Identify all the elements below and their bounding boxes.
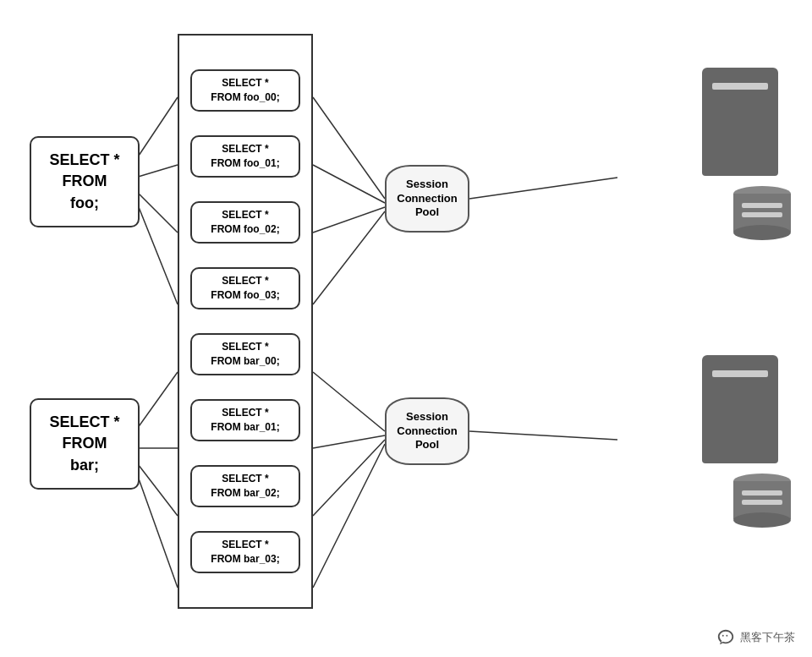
middle-column: SELECT *FROM foo_00; SELECT *FROM foo_01… <box>178 34 313 609</box>
watermark: 黑客下午茶 <box>716 628 795 647</box>
query-foo-box: SELECT * FROM foo; <box>30 136 140 227</box>
svg-line-9 <box>313 165 385 203</box>
svg-line-14 <box>313 440 385 516</box>
session-pool-2: SessionConnectionPool <box>385 397 469 465</box>
svg-line-16 <box>469 178 617 199</box>
svg-line-15 <box>313 444 385 588</box>
session-pool-1: SessionConnectionPool <box>385 165 469 233</box>
sub-query-7: SELECT *FROM bar_03; <box>190 531 300 573</box>
pool-2-label: SessionConnectionPool <box>397 410 458 453</box>
sub-query-5: SELECT *FROM bar_01; <box>190 399 300 441</box>
sub-query-6: SELECT *FROM bar_02; <box>190 465 300 507</box>
svg-line-17 <box>469 431 617 440</box>
db-server-1 <box>694 68 787 203</box>
svg-line-12 <box>313 372 385 431</box>
svg-line-13 <box>313 435 385 448</box>
watermark-text: 黑客下午茶 <box>740 630 795 645</box>
svg-line-8 <box>313 97 385 199</box>
sub-query-0: SELECT *FROM foo_00; <box>190 69 300 112</box>
sub-query-4: SELECT *FROM bar_00; <box>190 333 300 375</box>
diagram-container: SELECT * FROM foo; SELECT * FROM bar; SE… <box>0 0 812 657</box>
svg-line-11 <box>313 211 385 304</box>
sub-query-3: SELECT *FROM foo_03; <box>190 267 300 309</box>
query-foo-text: SELECT * FROM foo; <box>49 151 119 211</box>
sub-query-1: SELECT *FROM foo_01; <box>190 135 300 178</box>
query-bar-box: SELECT * FROM bar; <box>30 398 140 490</box>
pool-1-label: SessionConnectionPool <box>397 178 458 221</box>
wechat-icon <box>716 628 735 647</box>
query-bar-text: SELECT * FROM bar; <box>49 413 119 473</box>
sub-query-2: SELECT *FROM foo_02; <box>190 201 300 244</box>
db-server-2 <box>694 355 787 490</box>
left-query-column: SELECT * FROM foo; SELECT * FROM bar; <box>25 51 144 575</box>
svg-line-10 <box>313 207 385 233</box>
